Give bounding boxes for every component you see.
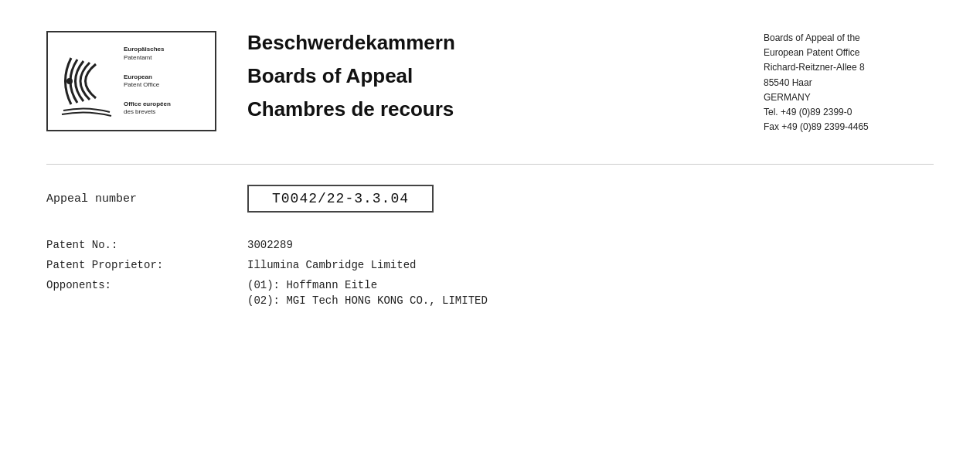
info-rows: Patent No.: 3002289 Patent Proprietor: I… [46,239,934,307]
logo-de-line1: Europäisches [124,46,171,53]
logo-text-group-fr: Office européen des brevets [124,100,171,117]
logo-de-line2: Patentamt [124,54,171,62]
opponents-values: (01): Hoffmann Eitle (02): MGI Tech HONG… [247,279,488,307]
title-german: Beschwerdekammern [247,31,764,55]
opponent2-value: (02): MGI Tech HONG KONG CO., LIMITED [247,294,488,307]
svg-point-0 [66,78,73,84]
proprietor-label: Patent Proprietor: [46,259,247,271]
header-section: Europäisches Patentamt European Patent O… [46,31,934,134]
title-french: Chambres de recours [247,97,764,121]
address-line3: Richard-Reitzner-Allee 8 [764,60,934,75]
proprietor-row: Patent Proprietor: Illumina Cambridge Li… [46,259,934,271]
logo-text-group-en: European Patent Office [124,73,171,90]
proprietor-value: Illumina Cambridge Limited [247,259,416,271]
appeal-number-label: Appeal number [46,192,247,206]
address-line4: 85540 Haar [764,76,934,90]
patent-no-row: Patent No.: 3002289 [46,239,934,251]
right-address: Boards of Appeal of the European Patent … [764,31,934,134]
document-page: Europäisches Patentamt European Patent O… [0,0,980,466]
opponents-label: Opponents: [46,279,247,291]
address-line1: Boards of Appeal of the [764,31,934,46]
appeal-number-value: T0042/22-3.3.04 [272,191,409,206]
logo-block: Europäisches Patentamt European Patent O… [46,31,216,131]
logo-en-line1: European [124,73,171,81]
center-titles: Beschwerdekammern Boards of Appeal Chamb… [247,31,764,131]
patent-no-value: 3002289 [247,239,293,251]
opponents-row: Opponents: (01): Hoffmann Eitle (02): MG… [46,279,934,307]
logo-text-block: Europäisches Patentamt European Patent O… [124,40,171,122]
opponent1-value: (01): Hoffmann Eitle [247,279,488,291]
address-line2: European Patent Office [764,46,934,60]
title-english: Boards of Appeal [247,64,764,88]
address-line5: GERMANY [764,90,934,105]
logo-fr-line2: des brevets [124,108,171,116]
divider [46,164,934,165]
appeal-number-box: T0042/22-3.3.04 [247,185,434,213]
patent-no-label: Patent No.: [46,239,247,251]
address-line7: Fax +49 (0)89 2399-4465 [764,120,934,134]
logo-en-line2: Patent Office [124,81,171,89]
address-line6: Tel. +49 (0)89 2399-0 [764,105,934,120]
logo-text-group-de: Europäisches Patentamt [124,46,171,62]
epo-logo-icon [56,43,117,120]
logo-fr-line1: Office européen [124,100,171,108]
body-section: Appeal number T0042/22-3.3.04 Patent No.… [46,185,934,307]
appeal-row: Appeal number T0042/22-3.3.04 [46,185,934,213]
